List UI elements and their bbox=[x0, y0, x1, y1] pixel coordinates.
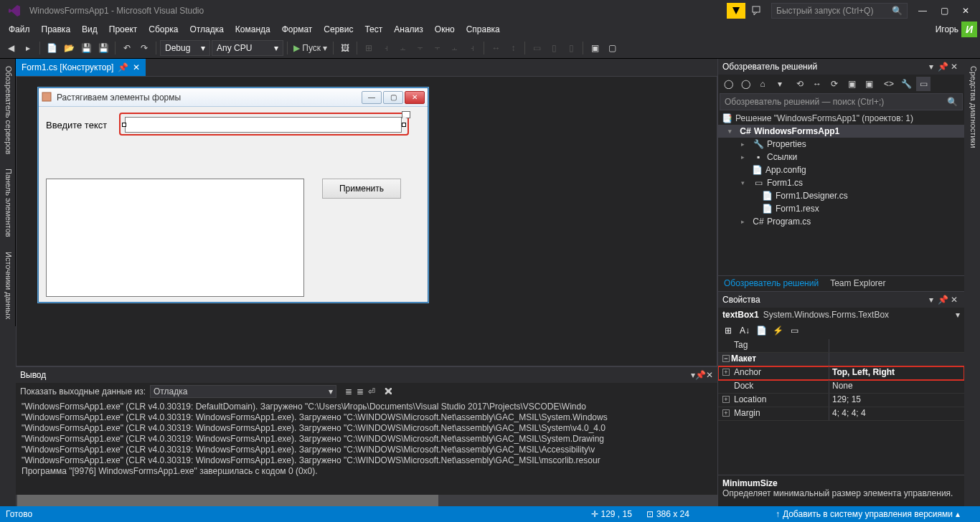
collapse-icon[interactable]: ▣ bbox=[844, 77, 859, 91]
tree-row-program[interactable]: ▸C#Program.cs bbox=[718, 215, 964, 228]
sync-icon[interactable]: ⟲ bbox=[793, 77, 807, 91]
categorized-icon[interactable]: ⊞ bbox=[721, 323, 735, 338]
right-tab-diagnostics[interactable]: Средства диагностики bbox=[964, 59, 980, 155]
quick-launch-input[interactable]: Быстрый запуск (Ctrl+Q) 🔍 bbox=[771, 3, 908, 19]
pin-icon[interactable]: 📌 bbox=[695, 370, 706, 380]
left-tab-datasources[interactable]: Источники данных bbox=[0, 245, 16, 326]
config-combo[interactable]: Debug▾ bbox=[160, 40, 210, 56]
expander-icon[interactable]: ▸ bbox=[741, 218, 750, 225]
output-clear-icon[interactable]: ≣ bbox=[345, 386, 352, 397]
menu-window[interactable]: Окно bbox=[429, 23, 461, 36]
prop-row-anchor[interactable]: +AnchorTop, Left, Right bbox=[718, 366, 964, 380]
expander-icon[interactable]: ▸ bbox=[741, 141, 750, 148]
menu-analyze[interactable]: Анализ bbox=[388, 23, 429, 36]
prop-row-margin[interactable]: +Margin4; 4; 4; 4 bbox=[718, 407, 964, 421]
close-icon[interactable]: ✕ bbox=[948, 62, 960, 72]
prop-pages-icon[interactable]: ▭ bbox=[787, 323, 801, 338]
menu-project[interactable]: Проект bbox=[103, 23, 143, 36]
output-scrollbar[interactable] bbox=[16, 495, 717, 506]
prop-row-location[interactable]: +Location129; 15 bbox=[718, 394, 964, 407]
browser-icon[interactable]: 🖼 bbox=[337, 40, 353, 56]
resize-handle-right[interactable] bbox=[402, 123, 406, 127]
output-source-combo[interactable]: Отладка▾ bbox=[150, 385, 336, 398]
properties-icon[interactable]: 🔧 bbox=[899, 77, 913, 91]
output-word-wrap-icon[interactable]: ⏎ bbox=[368, 386, 375, 397]
nav-fwd-icon[interactable]: ◯ bbox=[738, 77, 753, 91]
expand-icon[interactable]: + bbox=[722, 409, 730, 417]
output-clear-all-icon[interactable]: 🗙 bbox=[384, 386, 392, 397]
apply-button[interactable]: Применить bbox=[322, 179, 401, 199]
menu-team[interactable]: Команда bbox=[230, 23, 276, 36]
properties-object-selector[interactable]: textBox1System.Windows.Forms.TextBox▾ bbox=[718, 308, 964, 322]
save-all-icon[interactable]: 💾 bbox=[95, 40, 111, 56]
events-icon[interactable]: ⚡ bbox=[771, 323, 785, 338]
resize-handle-left[interactable] bbox=[122, 123, 126, 127]
alphabetical-icon[interactable]: A↓ bbox=[738, 323, 752, 338]
menu-test[interactable]: Тест bbox=[359, 23, 388, 36]
tree-row-appconfig[interactable]: 📄App.config bbox=[718, 163, 964, 176]
menu-help[interactable]: Справка bbox=[461, 23, 506, 36]
menu-debug[interactable]: Отладка bbox=[184, 23, 229, 36]
show-all-icon[interactable]: ▣ bbox=[862, 77, 876, 91]
refresh-icon[interactable]: ⟳ bbox=[827, 77, 842, 91]
dropdown-icon[interactable]: ▾ bbox=[925, 62, 937, 72]
designed-form[interactable]: Растягиваем элементы формы — ▢ ✕ Введите… bbox=[38, 87, 428, 303]
pin-icon[interactable]: 📌 bbox=[118, 62, 128, 72]
prop-category-layout[interactable]: −Макет bbox=[718, 353, 964, 366]
view-code-icon[interactable]: <> bbox=[882, 77, 896, 91]
pin-icon[interactable]: 📌 bbox=[937, 295, 948, 305]
bring-front-icon[interactable]: ▣ bbox=[587, 40, 603, 56]
expander-icon[interactable]: ▸ bbox=[741, 153, 750, 161]
tab-team-explorer[interactable]: Team Explorer bbox=[824, 276, 891, 291]
nav-fwd-icon[interactable]: ▸ bbox=[20, 40, 36, 56]
save-icon[interactable]: 💾 bbox=[78, 40, 94, 56]
close-button[interactable]: ✕ bbox=[955, 4, 976, 18]
left-tab-server-explorer[interactable]: Обозреватель серверов bbox=[0, 59, 16, 161]
preview-icon[interactable]: ▭ bbox=[916, 77, 930, 91]
menu-view[interactable]: Вид bbox=[76, 23, 103, 36]
notification-icon[interactable] bbox=[727, 3, 745, 19]
solution-icon[interactable]: ▾ bbox=[773, 77, 787, 91]
multiline-textbox[interactable] bbox=[46, 179, 304, 297]
dropdown-icon[interactable]: ▾ bbox=[925, 295, 937, 305]
property-grid[interactable]: Tag −Макет +AnchorTop, Left, Right DockN… bbox=[718, 339, 964, 475]
feedback-icon[interactable] bbox=[748, 3, 767, 19]
solution-search-input[interactable]: Обозреватель решений — поиск (Ctrl+;) 🔍 bbox=[720, 93, 963, 110]
start-button[interactable]: ▶ Пуск ▾ bbox=[291, 40, 329, 56]
output-text[interactable]: "WindowsFormsApp1.exe" (CLR v4.0.30319: … bbox=[16, 400, 717, 495]
tree-row-properties[interactable]: ▸🔧Properties bbox=[718, 138, 964, 151]
expander-icon[interactable]: ▾ bbox=[741, 179, 750, 186]
new-project-icon[interactable]: 📄 bbox=[44, 40, 60, 56]
expand-icon[interactable]: + bbox=[722, 369, 730, 376]
tree-row-form1[interactable]: ▾▭Form1.cs bbox=[718, 176, 964, 189]
menu-edit[interactable]: Правка bbox=[36, 23, 77, 36]
output-toggle-icon[interactable]: ≣ bbox=[357, 386, 364, 397]
open-icon[interactable]: 📂 bbox=[61, 40, 77, 56]
solution-tree[interactable]: 📑Решение "WindowsFormsApp1" (проектов: 1… bbox=[718, 110, 964, 275]
textbox1[interactable] bbox=[125, 117, 402, 133]
properties-icon[interactable]: 📄 bbox=[754, 323, 768, 338]
redo-icon[interactable]: ↷ bbox=[136, 40, 152, 56]
close-tab-icon[interactable]: ✕ bbox=[133, 62, 140, 72]
tab-solution-explorer[interactable]: Обозреватель решений bbox=[718, 276, 824, 291]
user-name[interactable]: Игорь bbox=[936, 24, 958, 34]
expand-icon[interactable]: + bbox=[722, 396, 730, 403]
send-back-icon[interactable]: ▢ bbox=[604, 40, 620, 56]
collapse-icon[interactable]: − bbox=[722, 355, 730, 362]
pending-icon[interactable]: ↔ bbox=[810, 77, 824, 91]
document-tab-form1[interactable]: Form1.cs [Конструктор] 📌 ✕ bbox=[16, 59, 146, 76]
close-icon[interactable]: ✕ bbox=[948, 295, 960, 305]
smart-tag-icon[interactable]: ▸ bbox=[402, 111, 410, 118]
menu-tools[interactable]: Сервис bbox=[318, 23, 359, 36]
home-icon[interactable]: ⌂ bbox=[755, 77, 770, 91]
undo-icon[interactable]: ↶ bbox=[119, 40, 135, 56]
close-icon[interactable]: ✕ bbox=[706, 370, 713, 380]
expander-icon[interactable]: ▾ bbox=[728, 128, 737, 135]
maximize-button[interactable]: ▢ bbox=[933, 4, 955, 18]
prop-row-tag[interactable]: Tag bbox=[718, 339, 964, 353]
tree-row-form1-resx[interactable]: 📄Form1.resx bbox=[718, 202, 964, 215]
menu-build[interactable]: Сборка bbox=[143, 23, 184, 36]
label-input[interactable]: Введите текст bbox=[46, 120, 107, 130]
minimize-button[interactable]: — bbox=[912, 4, 933, 18]
menu-file[interactable]: Файл bbox=[3, 23, 36, 36]
